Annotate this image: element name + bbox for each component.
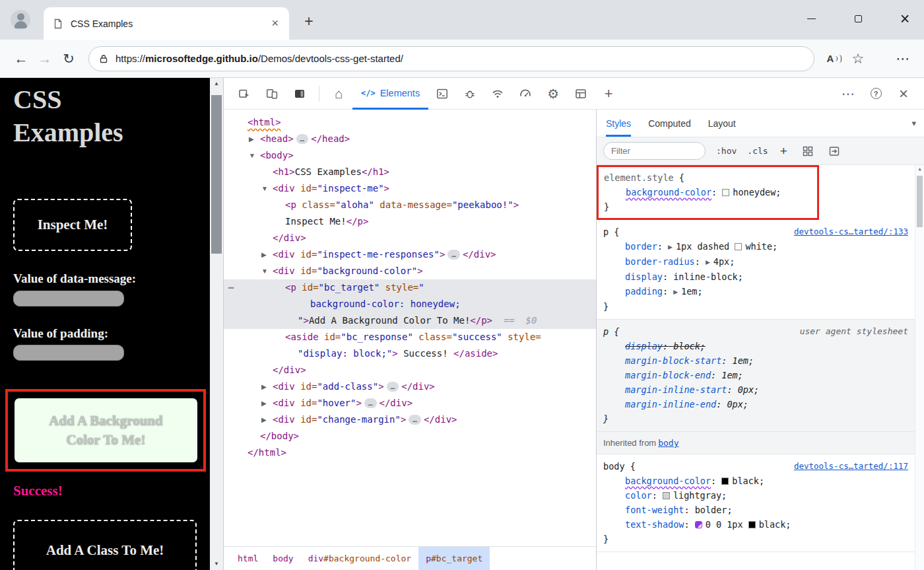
css-property-value[interactable]: 1em; — [721, 370, 743, 380]
css-property-value[interactable]: 1em; — [733, 355, 754, 366]
dom-tree-row[interactable]: <html> — [224, 114, 596, 131]
dom-tree-row[interactable]: ⋯<p id="bc_target" style=" — [224, 279, 596, 296]
css-declaration[interactable]: font-weight: bolder; — [603, 503, 908, 517]
dom-tree-row[interactable]: background-color: honeydew; — [224, 296, 596, 312]
close-window-button[interactable]: × — [895, 9, 915, 28]
grid-overlay-icon[interactable] — [802, 145, 814, 157]
color-swatch[interactable] — [722, 189, 729, 196]
twisty-arrow-icon[interactable]: ▼ — [261, 180, 273, 197]
css-property-name[interactable]: text-shadow — [625, 519, 684, 530]
back-button[interactable]: ← — [9, 47, 33, 71]
refresh-button[interactable]: ↻ — [57, 47, 81, 71]
twisty-arrow-icon[interactable]: ▶ — [261, 246, 273, 263]
css-property-value[interactable]: 1em; — [681, 286, 703, 297]
stylesheet-source-link[interactable]: devtools-cs…tarted/:117 — [794, 459, 908, 474]
favorites-star-icon[interactable]: ☆ — [846, 47, 870, 71]
css-property-name[interactable]: display — [625, 271, 663, 282]
help-icon[interactable]: ? — [864, 82, 888, 106]
dom-tree-row[interactable]: ▼<div id="background-color"> — [224, 263, 596, 279]
dom-tree-row[interactable]: <h1>CSS Examples</h1> — [224, 164, 596, 180]
dom-tree-row[interactable]: "display: block;"> Success! </aside> — [224, 345, 596, 362]
browser-tab[interactable]: CSS Examples × — [44, 7, 289, 40]
css-declaration[interactable]: display: block; — [603, 339, 908, 353]
forward-button[interactable]: → — [33, 47, 57, 71]
css-declaration[interactable]: border-radius: ▶4px; — [603, 254, 908, 269]
styles-scrollbar-thumb[interactable] — [917, 176, 923, 227]
styles-filter-input[interactable] — [603, 142, 706, 160]
rule-selector[interactable]: p — [603, 326, 609, 337]
dom-tree-row[interactable]: ▼<body> — [224, 147, 596, 164]
home-icon[interactable]: ⌂ — [327, 82, 350, 106]
tab-close-icon[interactable]: × — [270, 17, 280, 30]
twisty-arrow-icon[interactable]: ▼ — [261, 263, 273, 279]
expand-shorthand-icon[interactable]: ▶ — [706, 259, 710, 266]
color-swatch[interactable] — [721, 478, 729, 485]
css-property-name[interactable]: margin-block-start — [625, 355, 721, 366]
css-declaration[interactable]: margin-inline-start: 0px; — [603, 382, 908, 397]
css-property-value[interactable]: black; — [759, 519, 791, 530]
device-emulation-icon[interactable] — [260, 82, 284, 106]
twisty-arrow-icon[interactable]: ▶ — [249, 131, 260, 147]
expand-ellipsis-button[interactable]: … — [387, 382, 399, 392]
css-property-name[interactable]: padding — [625, 286, 663, 297]
page-scrollbar[interactable]: ▲ ▼ — [210, 78, 223, 570]
dom-tree-row[interactable]: </body> — [224, 428, 596, 445]
shadow-editor-icon[interactable] — [695, 521, 702, 528]
minimize-button[interactable] — [801, 9, 821, 28]
add-class-button[interactable]: Add A Class To Me! — [13, 520, 197, 570]
dom-row-more-icon[interactable]: ⋯ — [228, 279, 234, 296]
twisty-arrow-icon[interactable]: ▼ — [249, 147, 260, 164]
more-options-icon[interactable]: ⋯ — [836, 82, 860, 106]
expand-ellipsis-button[interactable]: … — [364, 398, 377, 408]
expand-ellipsis-button[interactable]: … — [409, 415, 421, 425]
css-property-value[interactable]: inline-block; — [673, 271, 743, 282]
css-property-name[interactable]: display — [625, 341, 663, 351]
expand-ellipsis-button[interactable]: … — [447, 250, 460, 260]
breadcrumb-item[interactable]: p#bc_target — [418, 547, 490, 570]
address-bar[interactable]: https://microsoftedge.github.io/Demos/de… — [88, 46, 814, 71]
inspect-element-icon[interactable] — [232, 82, 256, 106]
tab-layout[interactable]: Layout — [708, 110, 736, 137]
dom-tree-row[interactable]: </html> — [224, 445, 596, 461]
expand-ellipsis-button[interactable]: … — [296, 134, 309, 144]
twisty-arrow-icon[interactable]: ▶ — [261, 395, 273, 411]
css-property-value[interactable]: 0px; — [727, 399, 748, 410]
css-property-name[interactable]: margin-inline-end — [625, 399, 716, 410]
data-message-field[interactable] — [13, 291, 124, 306]
scroll-up-icon[interactable]: ▲ — [210, 78, 223, 90]
styles-scrollbar[interactable]: ▲ — [915, 165, 924, 570]
close-devtools-icon[interactable]: × — [892, 82, 915, 106]
network-wifi-icon[interactable] — [486, 82, 510, 106]
css-declaration[interactable]: padding: ▶1em; — [603, 284, 908, 299]
dom-tree-row[interactable]: </div> — [224, 362, 596, 378]
expand-shorthand-icon[interactable]: ▶ — [673, 289, 678, 295]
application-icon[interactable] — [569, 82, 593, 106]
rule-selector[interactable]: body — [603, 461, 625, 472]
open-computed-sidebar-icon[interactable] — [828, 145, 840, 157]
css-property-name[interactable]: margin-inline-start — [625, 384, 727, 395]
color-swatch[interactable] — [735, 243, 742, 250]
dom-tree-row[interactable]: <aside id="bc_response" class="success" … — [224, 329, 596, 345]
twisty-arrow-icon[interactable]: ▶ — [261, 378, 273, 395]
dom-tree-row[interactable]: </div> — [224, 230, 596, 246]
css-property-name[interactable]: color — [625, 490, 652, 501]
breadcrumb-item[interactable]: html — [230, 547, 265, 570]
settings-more-icon[interactable]: ⋯ — [891, 47, 915, 71]
dom-tree-row[interactable]: ▶<head>…</head> — [224, 131, 596, 147]
breadcrumb-item[interactable]: div#background-color — [301, 547, 419, 570]
pseudo-state-button[interactable]: :hov — [716, 146, 737, 156]
tab-elements[interactable]: </> Elements — [352, 79, 428, 110]
color-swatch[interactable] — [748, 521, 756, 528]
css-property-name[interactable]: font-weight — [625, 505, 684, 515]
performance-gauge-icon[interactable] — [513, 82, 537, 106]
chevron-down-icon[interactable]: ▾ — [911, 118, 916, 128]
site-info-lock-icon[interactable] — [98, 53, 109, 64]
dom-tree-row[interactable]: ▼<div id="inspect-me"> — [224, 180, 596, 197]
rule-selector[interactable]: p — [603, 227, 609, 237]
css-declaration[interactable]: color: lightgray; — [603, 488, 908, 503]
css-declaration[interactable]: margin-block-end: 1em; — [603, 368, 908, 382]
css-property-value[interactable]: 0px; — [738, 384, 760, 395]
color-swatch[interactable] — [663, 492, 670, 499]
dom-tree-row[interactable]: ▶<div id="change-margin">…</div> — [224, 411, 596, 428]
breadcrumb-item[interactable]: body — [265, 547, 300, 570]
